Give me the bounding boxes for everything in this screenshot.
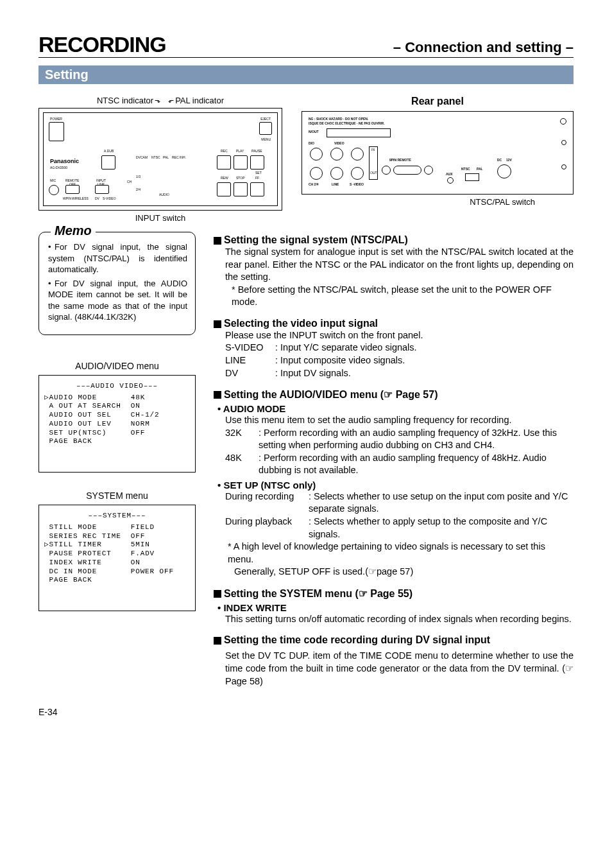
section-heading: Setting the AUDIO/VIDEO menu (☞ Page 57) [214, 388, 574, 401]
ntsc-pal-switch-callout: NTSC/PAL switch [302, 197, 574, 207]
fp-label: REW [221, 176, 228, 180]
memo-item: •For DV signal input, the signal system … [48, 241, 187, 275]
av-menu-screen: –––AUDIO VIDEO–––▷AUDIO MODE 48K A OUT A… [38, 375, 196, 473]
fp-label: NTSC [151, 155, 160, 159]
rp-label: AUX [446, 172, 453, 176]
av-menu-caption: AUDIO/VIDEO menu [38, 361, 196, 371]
fp-label: A.DUB [104, 149, 114, 153]
left-column: Memo •For DV signal input, the signal sy… [38, 232, 196, 688]
rp-label: 9PIN REMOTE [389, 158, 411, 162]
setting-heading-bar: Setting [38, 65, 574, 84]
arrow-icon: ⬎ [155, 96, 160, 105]
fp-label: WPIN [63, 196, 71, 200]
memo-item: •For DV signal input, the AUDIO MODE ite… [48, 278, 187, 323]
menu-row: INDEX WRITE ON [44, 559, 140, 566]
rp-warning: NG : SHOCK HAZARD - DO NOT OPEN. [309, 117, 368, 121]
menu-row: SERIES REC TIME OFF [44, 532, 145, 540]
rear-panel-block: Rear panel NG : SHOCK HAZARD - DO NOT OP… [302, 96, 574, 207]
right-column: Setting the signal system (NTSC/PAL) The… [214, 232, 574, 688]
fp-label: LINE [98, 182, 105, 186]
fp-label: MENU [261, 137, 271, 141]
section-note: Generally, SETUP OFF is used.(☞page 57) [234, 566, 574, 578]
system-menu-screen: –––SYSTEM––– STILL MODE FIELD SERIES REC… [38, 505, 196, 611]
rp-label: 12V [506, 158, 512, 162]
section-heading: Setting the time code recording during D… [214, 634, 574, 646]
page-title-left: RECORDING [38, 32, 166, 57]
rear-panel-title: Rear panel [302, 96, 574, 107]
def-row: During recording: Selects whether to use… [225, 490, 574, 516]
menu-row: STILL MODE FIELD [44, 523, 155, 531]
input-switch-callout: INPUT switch [38, 213, 282, 223]
fp-label: EJECT [260, 117, 271, 121]
pal-indicator-label: PAL indicator [175, 96, 224, 105]
memo-box: Memo •For DV signal input, the signal sy… [38, 232, 196, 335]
menu-row: A OUT AT SEARCH ON [44, 402, 140, 410]
section-body: Set the DV TC DUP. item of the TIME CODE… [225, 650, 574, 688]
fp-label: 2/4 [136, 187, 140, 191]
page-number: E-34 [38, 707, 574, 717]
rp-label: NTSC [461, 167, 470, 171]
fp-label: AUDIO [159, 193, 169, 196]
fp-label: REC [221, 149, 228, 153]
fp-label: CH [127, 180, 132, 184]
front-panel-block: NTSC indicator ⬎ ⬐ PAL indicator Panason… [38, 96, 282, 223]
section-heading: Setting the SYSTEM menu (☞ Page 55) [214, 587, 574, 600]
memo-title: Memo [51, 223, 96, 238]
section-body: This setting turns on/off automatic reco… [225, 613, 574, 626]
rp-label: N/OUT [309, 130, 319, 134]
section-body: Use this menu item to set the audio samp… [225, 414, 574, 427]
def-row: LINE: Input composite video signals. [225, 354, 574, 367]
body-columns: Memo •For DV signal input, the signal sy… [38, 232, 574, 688]
menu-row: ▷STILL TIMER 5MIN [44, 541, 150, 548]
def-row: DV: Input DV signals. [225, 367, 574, 380]
menu-row: AUDIO OUT LEV NORM [44, 420, 150, 428]
fp-label: STOP [236, 176, 245, 180]
menu-row: PAUSE PROTECT F.ADV [44, 550, 155, 557]
fp-label: PAL [163, 155, 169, 159]
sub-heading: • INDEX WRITE [217, 602, 574, 613]
fp-label: SET [255, 171, 262, 175]
sub-heading: • SET UP (NTSC only) [217, 480, 574, 490]
panels-row: NTSC indicator ⬎ ⬐ PAL indicator Panason… [38, 96, 574, 223]
rp-label: VIDEO [334, 141, 344, 145]
rp-label: PAL [477, 167, 483, 171]
menu-row: SET UP(NTSC) OFF [44, 429, 145, 437]
rp-label: LINE [332, 182, 339, 186]
section-body: Please use the INPUT switch on the front… [225, 329, 574, 342]
section-heading: Setting the signal system (NTSC/PAL) [214, 234, 574, 246]
page-title-right: – Connection and setting – [393, 39, 574, 56]
fp-label: FF [255, 176, 259, 180]
section-note: * Before setting the NTSC/PAL switch, pl… [232, 284, 574, 309]
arrow-icon: ⬐ [168, 96, 174, 105]
fp-label: WIRELESS [72, 196, 89, 200]
fp-label: POWER [50, 117, 62, 121]
fp-label: MIC [50, 178, 56, 182]
rp-label: CH 2/4 [309, 182, 319, 186]
square-bullet-icon [214, 637, 221, 645]
def-row: 32K: Perform recording with an audio sam… [225, 427, 574, 452]
rp-label: IN [371, 148, 375, 152]
rp-label: DC [497, 158, 502, 162]
menu-row: PAGE BACK [44, 437, 92, 445]
fp-label: PLAY [236, 149, 244, 153]
section-heading: Selecting the video input signal [214, 318, 574, 329]
square-bullet-icon [214, 391, 221, 399]
fp-label: DV [95, 196, 99, 200]
rear-panel-diagram: NG : SHOCK HAZARD - DO NOT OPEN. ISQUE D… [302, 111, 574, 195]
fp-label: S-VIDEO [103, 196, 116, 200]
rp-label: S -VIDEO [350, 182, 364, 186]
def-row: S-VIDEO: Input Y/C separate video signal… [225, 342, 574, 354]
page-header: RECORDING – Connection and setting – [38, 32, 574, 58]
square-bullet-icon [214, 590, 221, 598]
fp-label: REC INH. [172, 155, 186, 159]
rp-warning: ISQUE DE CHOC ELECTRIQUE - NE PAS OUVRIR… [309, 121, 385, 125]
fp-label: 1/3 [136, 175, 140, 178]
brand-label: Panasonic [50, 158, 79, 164]
def-row: During playback: Selects whether to appl… [225, 516, 574, 541]
sub-heading: • AUDIO MODE [217, 403, 574, 414]
menu-row: ▷AUDIO MODE 48K [44, 394, 145, 401]
front-panel-diagram: Panasonic AG-DV2500 POWER EJECT MENU A.D… [38, 108, 282, 211]
rp-label: DIO [309, 141, 314, 145]
menu-row: DC IN MODE POWER OFF [44, 568, 174, 575]
menu-row: AUDIO OUT SEL CH-1/2 [44, 411, 160, 419]
